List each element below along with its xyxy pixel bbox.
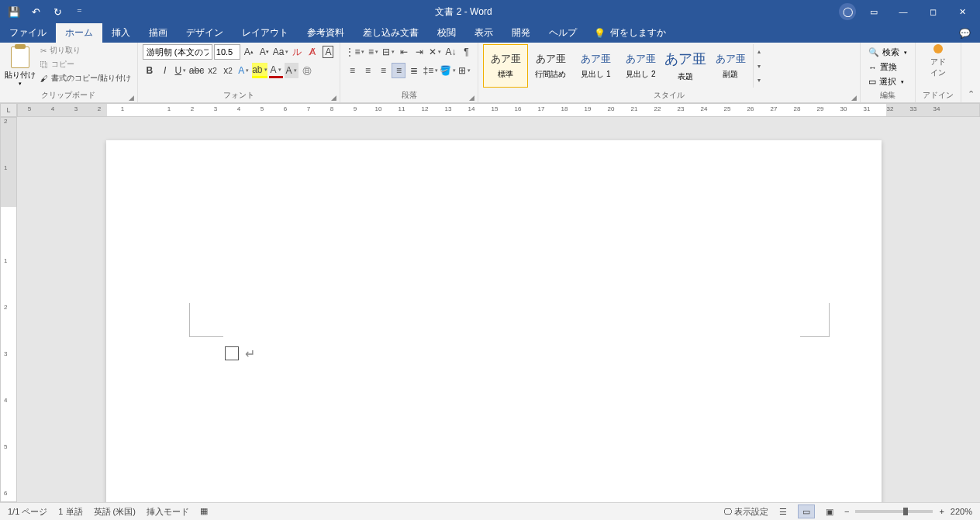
tab-references[interactable]: 参考資料 [298,23,354,43]
enclose-char-button[interactable]: ㊐ [300,63,314,78]
align-right-button[interactable]: ≡ [376,63,390,78]
highlight-button[interactable]: ab [252,63,267,78]
view-print-layout[interactable]: ▭ [798,505,815,518]
addin-button[interactable]: アド イン [920,44,956,78]
ribbon-display-options[interactable]: ▭ [862,2,885,21]
tab-review[interactable]: 校閲 [428,23,465,43]
align-center-button[interactable]: ≡ [361,63,374,78]
tab-view[interactable]: 表示 [465,23,502,43]
tab-developer[interactable]: 開発 [502,23,540,43]
brush-icon: 🖌 [40,74,48,83]
style-title[interactable]: あア亜表題 [663,44,708,88]
sort-button[interactable]: A↓ [443,44,457,60]
paragraph-launcher[interactable]: ◢ [469,94,474,102]
font-name-combo[interactable] [143,44,212,60]
font-size-combo[interactable] [214,44,240,60]
line-spacing-button[interactable]: ‡≡ [423,63,438,78]
style-heading2[interactable]: あア亜見出し 2 [618,44,663,88]
close-button[interactable]: ✕ [951,2,974,21]
save-button[interactable]: 💾 [5,2,23,21]
zoom-out-button[interactable]: − [844,507,849,516]
tell-me-search[interactable]: 💡 何をしますか [586,23,674,43]
style-nospacing[interactable]: あア亜行間詰め [528,44,573,88]
multilevel-button[interactable]: ⊟ [381,44,395,60]
status-macro-icon[interactable]: ▦ [200,506,208,518]
tab-layout[interactable]: レイアウト [233,23,298,43]
tab-mailings[interactable]: 差し込み文書 [354,23,428,43]
font-color-button[interactable]: A [269,63,283,78]
document-scroll[interactable]: ↵ [17,117,980,502]
style-heading1[interactable]: あア亜見出し 1 [573,44,618,88]
underline-button[interactable]: U [174,63,188,78]
numbering-button[interactable]: ≡ [366,44,380,60]
bold-button[interactable]: B [143,63,157,78]
horizontal-ruler[interactable]: 5432112345678910111213141516171819202122… [17,103,980,117]
share-button[interactable]: 💬 [959,23,980,43]
tab-home[interactable]: ホーム [56,23,102,43]
decrease-indent-button[interactable]: ⇤ [397,44,411,60]
style-subtitle[interactable]: あア亜副題 [708,44,753,88]
font-launcher[interactable]: ◢ [331,94,336,102]
styles-scroll[interactable]: ▴▾▾ [753,44,764,88]
change-case-button[interactable]: Aa [273,44,289,60]
status-language[interactable]: 英語 (米国) [94,506,136,518]
styles-gallery[interactable]: あア亜標準 あア亜行間詰め あア亜見出し 1 あア亜見出し 2 あア亜表題 あア… [483,44,764,88]
bullets-button[interactable]: ⋮≡ [345,44,364,60]
tab-design[interactable]: デザイン [177,23,233,43]
select-button[interactable]: ▭選択▾ [865,75,910,88]
font-group-label: フォント [223,91,254,99]
maximize-button[interactable]: ◻ [921,2,944,21]
undo-button[interactable]: ↶ [26,2,45,21]
redo-button[interactable]: ↻ [48,2,67,21]
paste-button[interactable]: 貼り付け ▾ [5,44,36,89]
tab-draw[interactable]: 描画 [140,23,177,43]
format-painter-label: 書式のコピー/貼り付け [51,73,131,84]
text-effects-button[interactable]: A [236,63,250,78]
style-normal[interactable]: あア亜標準 [483,44,528,88]
account-avatar[interactable]: ◯ [839,3,856,20]
group-addin: アド イン アドイン [916,43,961,102]
zoom-in-button[interactable]: + [939,507,944,516]
status-words[interactable]: 1 単語 [58,506,82,518]
clear-format-button[interactable]: A̸ [305,44,319,60]
shrink-font-button[interactable]: A▾ [257,44,271,60]
status-mode[interactable]: 挿入モード [147,506,189,518]
shading-button[interactable]: 🪣 [440,63,456,78]
distribute-button[interactable]: ≣ [407,63,421,78]
view-read-mode[interactable]: ☰ [775,505,792,518]
format-painter-button[interactable]: 🖌書式のコピー/貼り付け [39,72,133,84]
italic-button[interactable]: I [158,63,172,78]
justify-button[interactable]: ≡ [392,63,405,78]
collapse-ribbon-button[interactable]: ⌃ [961,43,980,102]
zoom-level[interactable]: 220% [951,507,972,516]
status-page[interactable]: 1/1 ページ [8,506,47,518]
tab-insert[interactable]: 挿入 [102,23,140,43]
tab-selector[interactable]: L [0,103,17,117]
vertical-ruler[interactable]: 2112345678 [0,117,17,502]
find-button[interactable]: 🔍検索▾ [865,46,910,59]
asian-layout-button[interactable]: ✕ [428,44,442,60]
copy-button[interactable]: ⿻コピー [39,58,133,71]
borders-button[interactable]: ⊞ [457,63,471,78]
strikethrough-button[interactable]: abc [189,63,204,78]
increase-indent-button[interactable]: ⇥ [412,44,426,60]
grow-font-button[interactable]: A▴ [242,44,256,60]
minimize-button[interactable]: — [892,2,915,21]
tab-file[interactable]: ファイル [0,23,56,43]
tab-help[interactable]: ヘルプ [540,23,586,43]
qat-customize[interactable]: ⁼ [70,2,88,21]
cut-button[interactable]: ✂切り取り [39,44,133,57]
align-left-button[interactable]: ≡ [345,63,359,78]
superscript-button[interactable]: x2 [221,63,235,78]
ruby-button[interactable]: ル [290,44,304,60]
styles-launcher[interactable]: ◢ [851,94,857,102]
replace-button[interactable]: ↔置換 [865,60,910,74]
view-web-layout[interactable]: ▣ [821,505,838,518]
zoom-slider[interactable] [855,510,933,513]
char-border-button[interactable]: A [321,44,335,60]
show-marks-button[interactable]: ¶ [459,44,473,60]
display-settings-button[interactable]: 🖵 表示設定 [723,506,768,518]
clipboard-launcher[interactable]: ◢ [129,94,134,102]
char-shading-button[interactable]: A [285,63,298,78]
subscript-button[interactable]: x2 [205,63,219,78]
